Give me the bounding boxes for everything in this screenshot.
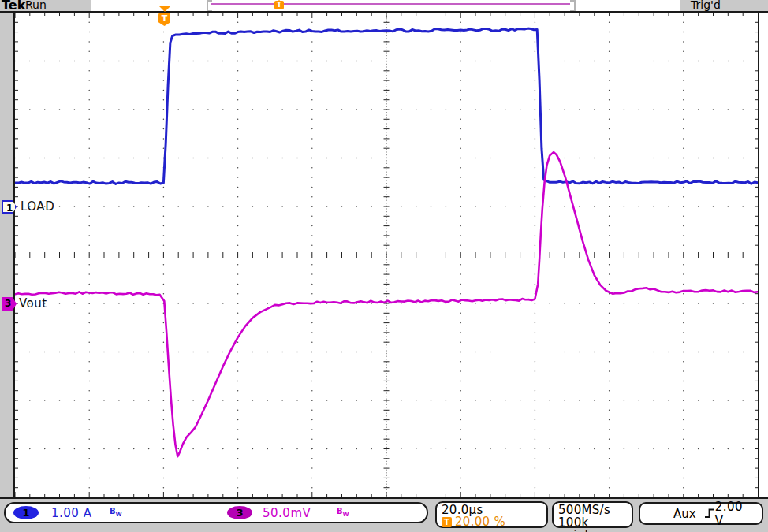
- record-view-right-bracket: [570, 0, 576, 12]
- channel-readout-box[interactable]: 1 1.00 A BW 3 50.0mV BW: [4, 502, 428, 523]
- waveform-graticule: [15, 13, 758, 497]
- trigger-source-readout: Aux: [673, 507, 696, 521]
- trigger-status: Trig'd: [691, 0, 721, 11]
- trigger-position-arrow: [159, 6, 170, 12]
- record-view-trigger-icon[interactable]: T: [274, 1, 284, 9]
- left-margin: [0, 12, 13, 499]
- ch1-waveform-label: LOAD: [21, 199, 54, 214]
- sample-rate-readout: 500MS/s: [558, 504, 627, 516]
- trigger-level-readout: 2.00 V: [715, 500, 755, 528]
- acquisition-readout-box[interactable]: 500MS/s 100k points: [552, 501, 633, 528]
- plot-border-bottom: [0, 497, 768, 499]
- trigger-t-icon: T: [442, 517, 452, 527]
- ch3-bandwidth-limit-icon: BW: [337, 507, 349, 518]
- ch1-bandwidth-limit-icon: BW: [110, 507, 121, 518]
- acquisition-status: Run: [25, 0, 47, 11]
- record-view-bar[interactable]: [211, 3, 570, 5]
- record-view-left-bracket: [207, 0, 212, 12]
- ch3-scale-readout: 50.0mV: [263, 506, 311, 520]
- record-length-readout: 100k points: [558, 516, 627, 532]
- trigger-readout-box[interactable]: Aux 2.00 V: [639, 502, 763, 525]
- plot-border-right: [758, 11, 759, 499]
- ch3-badge[interactable]: 3: [227, 506, 252, 519]
- ch1-badge[interactable]: 1: [13, 506, 39, 519]
- trigger-position-readout: T 20.00 %: [442, 516, 542, 528]
- oscilloscope-screen: Tek Run Trig'd T T 1 LOAD 3 Vout 1 1.00 …: [0, 0, 768, 532]
- rising-edge-icon: [704, 508, 715, 519]
- ch1-scale-readout: 1.00 A: [51, 506, 91, 520]
- ch3-waveform-label: Vout: [19, 296, 47, 311]
- horizontal-readout-box[interactable]: 20.0µs T 20.00 %: [435, 501, 548, 528]
